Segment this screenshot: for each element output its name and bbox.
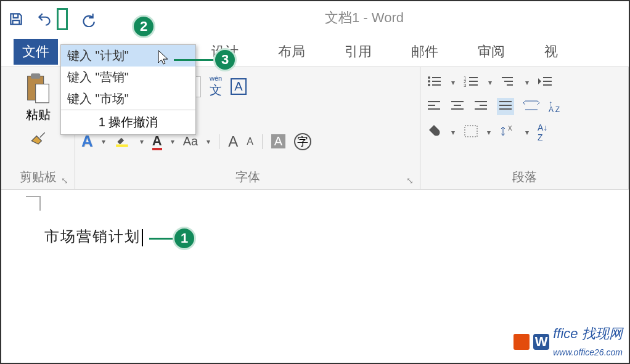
paste-button[interactable]: 粘贴 bbox=[24, 72, 52, 123]
svg-rect-25 bbox=[428, 108, 440, 110]
svg-rect-14 bbox=[469, 81, 478, 82]
callout-3-line bbox=[174, 59, 217, 61]
numbering-icon[interactable]: 123 bbox=[464, 75, 480, 91]
svg-rect-19 bbox=[507, 84, 513, 86]
cursor-pointer-icon bbox=[157, 49, 170, 69]
highlight-icon[interactable] bbox=[114, 132, 131, 151]
svg-rect-30 bbox=[480, 105, 487, 106]
svg-rect-33 bbox=[499, 105, 512, 106]
svg-rect-8 bbox=[432, 81, 441, 82]
grow-font-icon[interactable]: A bbox=[228, 133, 238, 150]
align-left-icon[interactable] bbox=[427, 99, 441, 114]
svg-rect-2 bbox=[35, 84, 49, 103]
character-border-icon[interactable]: A bbox=[231, 78, 246, 95]
enclose-characters-icon[interactable]: 字 bbox=[294, 133, 311, 150]
font-color-icon[interactable]: A bbox=[152, 133, 162, 150]
callout-1-line bbox=[149, 238, 174, 240]
paste-label: 粘贴 bbox=[26, 107, 51, 123]
distribute-icon[interactable] bbox=[523, 99, 540, 115]
undo-item-2[interactable]: 键入 "营销" bbox=[61, 67, 195, 88]
svg-rect-35 bbox=[465, 126, 477, 137]
svg-rect-31 bbox=[475, 108, 487, 110]
change-case-icon[interactable]: Aa bbox=[183, 134, 198, 148]
paragraph-group-label: 段落 bbox=[427, 168, 622, 187]
svg-rect-34 bbox=[499, 108, 512, 110]
document-text: 市场营销计划 bbox=[44, 228, 141, 245]
undo-icon[interactable] bbox=[36, 10, 53, 28]
svg-rect-28 bbox=[451, 108, 464, 110]
svg-point-9 bbox=[428, 84, 430, 86]
svg-rect-16 bbox=[469, 84, 478, 86]
svg-rect-29 bbox=[475, 101, 487, 102]
character-shading-icon[interactable]: A bbox=[271, 134, 285, 148]
font-launcher-icon[interactable]: ⤡ bbox=[406, 176, 414, 185]
tab-view[interactable]: 视 bbox=[543, 39, 559, 65]
document-area[interactable]: 市场营销计划 1 bbox=[1, 190, 629, 283]
svg-rect-1 bbox=[31, 73, 40, 79]
line-spacing-icon[interactable]: X bbox=[499, 124, 517, 140]
svg-rect-24 bbox=[428, 105, 435, 106]
tab-mailings[interactable]: 邮件 bbox=[410, 39, 440, 65]
phonetic-guide-icon[interactable]: wén 文 bbox=[210, 75, 222, 99]
title-bar: 文档1 - Word bbox=[1, 1, 629, 37]
redo-icon[interactable] bbox=[79, 10, 96, 28]
svg-text:3: 3 bbox=[464, 83, 467, 88]
tab-references[interactable]: 引用 bbox=[343, 39, 373, 65]
align-right-icon[interactable] bbox=[473, 99, 488, 114]
svg-rect-32 bbox=[499, 101, 512, 102]
svg-rect-21 bbox=[543, 81, 552, 82]
watermark: W ffice 找现网 www.office26.com bbox=[513, 325, 623, 359]
tab-file[interactable]: 文件 bbox=[14, 39, 58, 65]
svg-point-5 bbox=[428, 76, 430, 79]
callout-2: 2 bbox=[132, 15, 155, 38]
clipboard-group-label: 剪贴板 ⤡ bbox=[7, 168, 68, 187]
callout-1: 1 bbox=[173, 227, 196, 250]
window-title: 文档1 - Word bbox=[325, 9, 404, 27]
paragraph-group: ▾ 123▾ ▾ ↑A Z ▾ ▾ X▾ A↓Z 段落 bbox=[420, 67, 629, 189]
multilevel-list-icon[interactable] bbox=[501, 75, 517, 91]
quick-access-toolbar bbox=[7, 8, 96, 30]
svg-rect-4 bbox=[116, 144, 128, 147]
callout-3: 3 bbox=[213, 48, 237, 71]
undo-dropdown-handle[interactable] bbox=[57, 8, 68, 30]
undo-footer: 1 操作撤消 bbox=[61, 110, 195, 134]
watermark-word-icon: W bbox=[533, 334, 549, 350]
decrease-indent-icon[interactable] bbox=[538, 75, 554, 91]
text-cursor bbox=[142, 229, 143, 246]
save-icon[interactable] bbox=[7, 10, 25, 28]
justify-icon[interactable] bbox=[497, 98, 514, 115]
font-group-label: 字体 ⤡ bbox=[81, 168, 414, 187]
clipboard-launcher-icon[interactable]: ⤡ bbox=[61, 176, 68, 185]
undo-item-3[interactable]: 键入 "市场" bbox=[61, 88, 195, 110]
svg-rect-27 bbox=[454, 105, 461, 106]
sort-icon[interactable]: ↑A Z bbox=[549, 100, 560, 113]
bullets-icon[interactable] bbox=[427, 75, 443, 91]
svg-rect-22 bbox=[543, 84, 552, 86]
watermark-office-icon bbox=[513, 334, 530, 350]
svg-rect-17 bbox=[502, 77, 513, 78]
tab-review[interactable]: 审阅 bbox=[477, 39, 506, 65]
svg-rect-26 bbox=[451, 101, 464, 102]
shrink-font-icon[interactable]: A bbox=[247, 136, 253, 147]
svg-point-7 bbox=[428, 80, 430, 83]
align-center-icon[interactable] bbox=[450, 99, 465, 114]
borders-icon[interactable] bbox=[464, 124, 478, 140]
tab-layout[interactable]: 布局 bbox=[277, 39, 306, 65]
page-corner-mark bbox=[26, 196, 41, 211]
svg-rect-10 bbox=[432, 84, 441, 86]
sort-az-icon[interactable]: A↓Z bbox=[538, 123, 547, 142]
svg-text:X: X bbox=[508, 125, 512, 132]
svg-rect-6 bbox=[432, 77, 441, 78]
svg-rect-18 bbox=[504, 81, 513, 82]
svg-rect-12 bbox=[469, 77, 478, 78]
format-painter-icon[interactable] bbox=[28, 129, 48, 152]
svg-rect-23 bbox=[428, 101, 440, 102]
svg-rect-20 bbox=[543, 77, 552, 78]
undo-history-menu: 键入 "计划" 键入 "营销" 键入 "市场" 1 操作撤消 bbox=[60, 44, 196, 135]
shading-icon[interactable] bbox=[427, 124, 443, 141]
undo-item-1[interactable]: 键入 "计划" bbox=[61, 45, 195, 67]
